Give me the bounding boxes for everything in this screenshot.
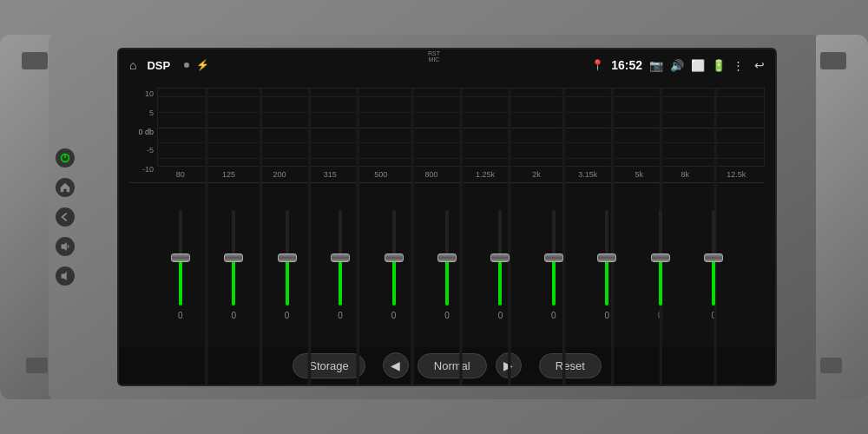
bracket-notch-top-left (22, 52, 48, 69)
slider-7[interactable] (543, 210, 564, 306)
eq-graph: 10 5 0 db -5 -10 (129, 88, 765, 183)
db-label-10: 10 (145, 89, 154, 98)
status-dot (184, 62, 189, 68)
dsp-title: DSP (147, 59, 170, 72)
home-button[interactable] (56, 178, 75, 197)
back-button[interactable] (56, 207, 75, 227)
freq-200: 200 (273, 170, 286, 179)
bracket-notch-bottom-left (26, 358, 48, 373)
freq-3150: 3.15k (578, 170, 597, 179)
camera-icon: 📷 (649, 59, 663, 72)
usb-icon: ⚡ (196, 59, 209, 71)
graph-area (157, 88, 765, 167)
eq-curve-svg (158, 89, 764, 386)
location-icon: 📍 (591, 59, 604, 71)
status-icons: 📷 🔊 ⬜ 🔋 ⋮ (649, 59, 744, 72)
db-label-neg10: -10 (142, 165, 154, 174)
screen-icon: ⬜ (691, 59, 705, 72)
menu-icon: ⋮ (733, 59, 744, 72)
main-unit: RST MIC (49, 35, 819, 399)
slider-0[interactable] (170, 210, 191, 306)
slider-5[interactable] (437, 210, 457, 306)
db-label-0: 0 db (138, 128, 154, 136)
bracket-notch-top-right (820, 52, 846, 69)
freq-12500: 12.5k (727, 170, 746, 179)
rst-mic-labels: RST MIC (428, 50, 440, 62)
slider-1[interactable] (223, 210, 244, 306)
home-icon: ⌂ (129, 58, 136, 72)
status-bar: ⌂ DSP ⚡ 📍 16:52 📷 🔊 ⬜ 🔋 ⋮ ↩ (119, 49, 775, 81)
bracket-right (816, 35, 868, 399)
slider-4[interactable] (384, 210, 404, 306)
slider-3[interactable] (330, 210, 351, 306)
db-label-5: 5 (149, 108, 154, 117)
freq-800: 800 (425, 170, 438, 179)
slider-6[interactable] (490, 210, 510, 306)
freq-125: 125 (222, 170, 235, 179)
slider-8[interactable] (596, 210, 617, 306)
volume-down-button[interactable] (56, 266, 75, 286)
battery-icon: 🔋 (712, 59, 726, 72)
slider-2[interactable] (277, 210, 298, 306)
slider-9[interactable] (650, 210, 671, 306)
screen: ⌂ DSP ⚡ 📍 16:52 📷 🔊 ⬜ 🔋 ⋮ ↩ (117, 48, 777, 386)
freq-500: 500 (374, 170, 387, 179)
svg-marker-2 (62, 242, 67, 252)
volume-up-button[interactable] (56, 237, 75, 256)
freq-2000: 2k (532, 170, 541, 179)
slider-10[interactable] (703, 210, 724, 306)
freq-1250: 1.25k (476, 170, 495, 179)
speaker-icon: 🔊 (670, 59, 684, 72)
back-icon: ↩ (754, 58, 765, 72)
side-buttons-left (56, 148, 75, 286)
status-time: 16:52 (611, 58, 642, 72)
freq-315: 315 (324, 170, 337, 179)
freq-labels: 80 125 200 315 500 800 1.25k 2k 3.15k 5k… (157, 167, 765, 182)
freq-5000: 5k (635, 170, 644, 179)
bracket-left (0, 35, 52, 399)
graph-grid (158, 89, 764, 166)
bracket-notch-bottom-right (820, 358, 842, 373)
db-labels: 10 5 0 db -5 -10 (129, 88, 157, 182)
freq-8000: 8k (681, 170, 689, 179)
svg-marker-3 (62, 272, 67, 281)
db-label-neg5: -5 (147, 146, 154, 155)
car-unit: RST MIC (0, 0, 868, 434)
freq-80: 80 (176, 170, 185, 179)
eq-content: 10 5 0 db -5 -10 (119, 81, 775, 346)
power-button[interactable] (56, 148, 75, 168)
